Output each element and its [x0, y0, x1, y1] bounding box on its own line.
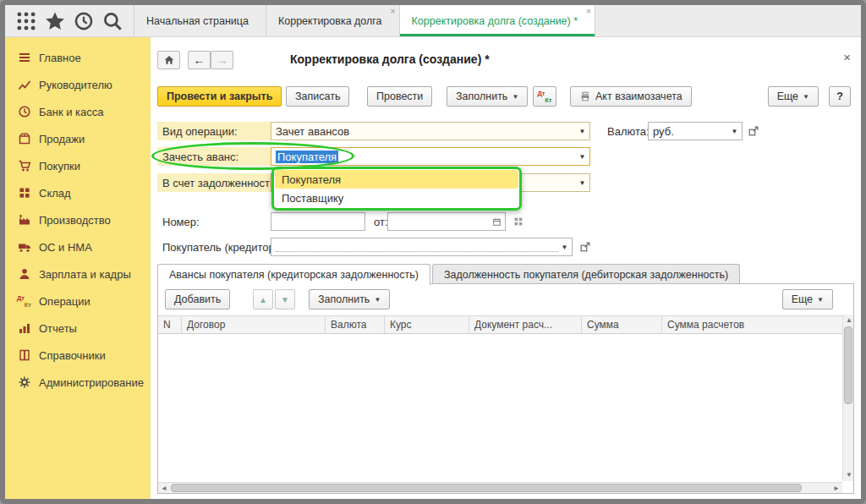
tab-label: Начальная страница: [146, 15, 249, 27]
grid-header-row: N Договор Валюта Курс Документ расч... С…: [158, 315, 842, 334]
apps-menu-button[interactable]: [15, 10, 37, 32]
scroll-right-icon[interactable]: ►: [833, 485, 840, 492]
column-header-settlement-doc[interactable]: Документ расч...: [469, 316, 582, 333]
book-icon: [17, 348, 31, 363]
dropdown-option-supplier[interactable]: Поставщику: [275, 189, 518, 207]
column-header-settlement-amount[interactable]: Сумма расчетов: [662, 316, 842, 333]
advance-offset-label: Зачесть аванс:: [157, 147, 271, 166]
home-button[interactable]: [157, 51, 180, 69]
more-button[interactable]: Еще▼: [768, 86, 819, 107]
operation-type-field[interactable]: Зачет авансов▼: [271, 122, 590, 140]
clock-coin-icon: [17, 105, 31, 119]
number-field[interactable]: [271, 212, 365, 231]
offset-act-button[interactable]: Акт взаимозачета: [570, 86, 692, 107]
date-field[interactable]: [387, 212, 506, 231]
sidebar-item-label: Склад: [39, 187, 71, 200]
column-header-contract[interactable]: Договор: [182, 316, 326, 333]
column-header-currency[interactable]: Валюта: [326, 316, 385, 333]
cart-icon: [17, 159, 31, 173]
sidebar-item-label: Администрирование: [39, 376, 144, 389]
button-label: Провести и закрыть: [167, 90, 272, 102]
sidebar-item-sales[interactable]: Продажи: [5, 125, 151, 152]
write-button[interactable]: Записать: [286, 86, 349, 107]
grid-body-empty[interactable]: [158, 335, 842, 481]
combo-arrow-icon[interactable]: ▼: [729, 123, 740, 140]
factory-icon: [17, 213, 31, 227]
post-button[interactable]: Провести: [367, 86, 432, 107]
show-postings-button[interactable]: ДтКт: [533, 86, 556, 107]
menu-icon: [17, 51, 31, 65]
tab-debt-adjustment[interactable]: Корректировка долга×: [266, 5, 399, 36]
customer-open-button[interactable]: [578, 238, 592, 256]
calendar-icon[interactable]: [490, 213, 503, 230]
operation-type-label: Вид операции:: [157, 122, 271, 140]
number-label: Номер:: [157, 212, 205, 231]
tab-close-icon[interactable]: ×: [390, 7, 395, 16]
sidebar-item-warehouse[interactable]: Склад: [5, 179, 151, 206]
combo-arrow-icon[interactable]: ▼: [577, 174, 588, 191]
sidebar-item-label: Продажи: [39, 133, 85, 145]
vertical-scroll-thumb[interactable]: [844, 326, 852, 404]
sidebar-item-label: ОС и НМА: [39, 241, 92, 254]
history-button[interactable]: [73, 10, 95, 32]
sidebar-item-reports[interactable]: Отчеты: [5, 315, 151, 342]
input-options-button[interactable]: [511, 212, 525, 231]
combo-arrow-icon[interactable]: ▼: [577, 123, 588, 140]
tab-debt-adjustment-new[interactable]: Корректировка долга (создание) *×: [399, 5, 596, 36]
column-header-n[interactable]: N: [158, 316, 182, 333]
dropdown-option-buyer[interactable]: Покупателя: [275, 170, 518, 189]
sidebar-item-purchases[interactable]: Покупки: [5, 152, 151, 179]
vertical-scrollbar[interactable]: ▲ ▼: [842, 315, 853, 481]
currency-open-button[interactable]: [746, 122, 760, 140]
advance-offset-field[interactable]: Покупателя▼: [271, 147, 590, 166]
post-and-close-button[interactable]: Провести и закрыть: [157, 86, 282, 107]
add-row-button[interactable]: Добавить: [165, 289, 230, 310]
sidebar-item-main[interactable]: Главное: [5, 44, 151, 71]
move-up-button[interactable]: ▲: [253, 289, 273, 310]
sidebar-item-label: Справочники: [39, 349, 106, 362]
favorites-button[interactable]: [44, 10, 66, 32]
sidebar-item-label: Операции: [39, 295, 90, 308]
sidebar-item-directories[interactable]: Справочники: [5, 342, 151, 369]
back-button[interactable]: ←: [188, 51, 211, 69]
sidebar-item-manager[interactable]: Руководителю: [5, 71, 151, 98]
help-button[interactable]: ?: [829, 86, 851, 107]
grid-fill-menu-button[interactable]: Заполнить▼: [309, 289, 390, 310]
button-label: Провести: [376, 90, 423, 102]
home-icon: [163, 54, 175, 66]
scroll-left-icon[interactable]: ◄: [161, 485, 167, 492]
field-value: Зачет авансов: [276, 125, 349, 138]
page-title: Корректировка долга (создание) *: [290, 52, 490, 66]
combo-arrow-icon[interactable]: ▼: [559, 238, 570, 255]
currency-field[interactable]: руб.▼: [648, 122, 743, 140]
move-down-button[interactable]: ▼: [275, 289, 295, 310]
form-close-icon[interactable]: ×: [843, 50, 851, 64]
fill-menu-button[interactable]: Заполнить▼: [447, 86, 528, 107]
search-button[interactable]: [101, 10, 123, 32]
customer-creditor-field[interactable]: ▼: [271, 238, 573, 256]
combo-arrow-icon[interactable]: ▼: [577, 148, 588, 165]
sidebar-item-fixed-assets[interactable]: ОС и НМА: [5, 233, 151, 260]
sidebar-item-operations[interactable]: ДтКтОперации: [5, 288, 151, 315]
column-header-amount[interactable]: Сумма: [582, 316, 662, 333]
sidebar-item-salary-hr[interactable]: Зарплата и кадры: [5, 260, 151, 288]
sidebar-item-bank-cash[interactable]: Банк и касса: [5, 98, 151, 125]
person-icon: [17, 267, 31, 282]
horizontal-scrollbar[interactable]: ◄ ►: [158, 482, 842, 493]
scroll-up-icon[interactable]: ▲: [846, 317, 852, 324]
chevron-down-icon: ▼: [512, 93, 518, 101]
advance-dropdown-list: Покупателя Поставщику: [271, 167, 522, 211]
sidebar-item-administration[interactable]: Администрирование: [5, 369, 151, 396]
tab-home[interactable]: Начальная страница: [134, 5, 266, 36]
detail-tabs: Авансы покупателя (кредиторская задолжен…: [157, 263, 854, 284]
selected-text: Покупателя: [276, 151, 338, 163]
tab-close-icon[interactable]: ×: [586, 7, 591, 16]
sidebar-item-production[interactable]: Производство: [5, 206, 151, 233]
grid-more-button[interactable]: Еще▼: [782, 289, 833, 310]
column-header-rate[interactable]: Курс: [385, 316, 469, 333]
tab-buyer-advances[interactable]: Авансы покупателя (кредиторская задолжен…: [157, 264, 430, 285]
scroll-down-icon[interactable]: ▼: [846, 472, 852, 479]
horizontal-scroll-thumb[interactable]: [171, 484, 802, 492]
tab-buyer-debt[interactable]: Задолженность покупателя (дебиторская за…: [432, 264, 740, 284]
forward-button[interactable]: →: [211, 51, 233, 69]
